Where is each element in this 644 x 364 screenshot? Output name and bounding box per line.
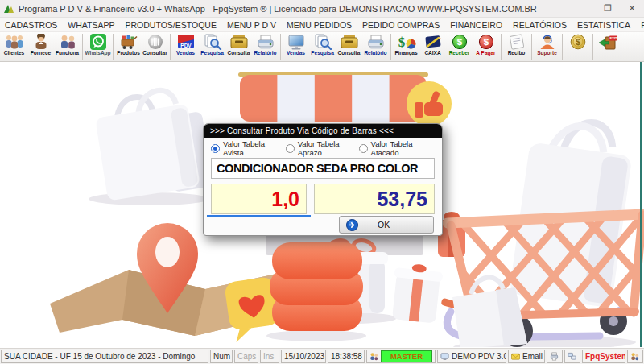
search-docs-icon xyxy=(312,34,333,50)
printer-icon xyxy=(255,34,276,50)
toolbar-pesquisa2-button[interactable]: Pesquisa xyxy=(309,33,336,56)
toolbar-consulta2-button[interactable]: Consulta xyxy=(336,33,362,56)
status-logged-user: MASTER xyxy=(366,350,436,363)
toolbar-separator xyxy=(592,34,593,60)
menu-estatistica[interactable]: ESTATISTICA xyxy=(577,20,630,30)
search-docs-icon xyxy=(202,34,223,50)
toolbar-suporte-button[interactable]: Suporte xyxy=(534,33,560,56)
products-cart-icon xyxy=(118,34,139,50)
menu-whatsapp[interactable]: WHATSAPP xyxy=(68,20,114,30)
email-icon xyxy=(511,352,520,361)
toolbar-fornecedores-button[interactable]: Fornece xyxy=(27,33,54,56)
toolbar-sair-button[interactable] xyxy=(595,33,621,50)
close-button[interactable]: ✕ xyxy=(620,0,644,17)
support-icon xyxy=(537,34,558,50)
drawer-icon xyxy=(339,34,360,50)
barcode-icon xyxy=(145,34,166,50)
monitor-sales-icon xyxy=(286,34,307,50)
menu-menu-pdv[interactable]: MENU P D V xyxy=(227,20,276,30)
toolbar-receber-button[interactable]: Receber xyxy=(446,33,473,56)
employees-icon xyxy=(57,34,78,50)
radio-valor-avista[interactable]: Valor Tabela Avista xyxy=(211,139,286,157)
radio-unselected-icon xyxy=(286,144,295,153)
pdv-sales-icon xyxy=(175,34,196,50)
toolbar-separator xyxy=(82,34,83,60)
toolbar-pesquisa-button[interactable]: Pesquisa xyxy=(199,33,225,56)
app-icon xyxy=(3,3,14,14)
window-controls: – ❐ ✕ xyxy=(572,0,644,17)
status-users[interactable] xyxy=(627,350,643,363)
toolbar-apagar-button[interactable]: A Pagar xyxy=(473,33,499,56)
toolbar-consulta-button[interactable]: Consulta xyxy=(225,33,252,56)
printer-icon xyxy=(550,352,559,361)
window-title: Programa P D V & Financeiro v3.0 + Whats… xyxy=(19,4,572,14)
toolbar-caixa-button[interactable]: CAIXA xyxy=(419,33,446,56)
radio-valor-atacado[interactable]: Valor Tabela Atacado xyxy=(359,139,435,157)
ok-arrow-icon xyxy=(346,219,358,231)
coin-icon xyxy=(568,34,588,50)
toolbar-separator xyxy=(562,34,563,60)
toolbar-recibo-button[interactable]: Recibo xyxy=(503,33,530,56)
status-network[interactable] xyxy=(564,350,580,363)
toolbar-consultar-button[interactable]: Consultar xyxy=(142,33,168,56)
network-computers-icon xyxy=(568,352,576,361)
quantity-input[interactable]: 1,0 xyxy=(211,184,307,214)
radio-selected-icon xyxy=(211,144,220,153)
status-caps: Caps xyxy=(234,350,258,363)
menu-relatorios[interactable]: RELATÓRIOS xyxy=(513,20,567,30)
status-time: 18:38:58 xyxy=(328,350,365,363)
pay-dollar-icon xyxy=(476,34,497,50)
barcode-consult-dialog: >>> Consultar Produto Via Código de Barr… xyxy=(203,123,443,236)
content-area: >>> Consultar Produto Via Código de Barr… xyxy=(0,62,644,347)
status-location: SUA CIDADE - UF 15 de Outubro de 2023 - … xyxy=(1,350,208,363)
menu-bar: CADASTROS WHATSAPP PRODUTOS/ESTOQUE MENU… xyxy=(0,18,644,32)
menu-pedido-compras[interactable]: PEDIDO COMPRAS xyxy=(362,20,440,30)
minimize-button[interactable]: – xyxy=(572,0,596,17)
exit-door-icon xyxy=(598,34,619,50)
toolbar-relatorio-button[interactable]: Relatório xyxy=(252,33,279,56)
dialog-titlebar[interactable]: >>> Consultar Produto Via Código de Barr… xyxy=(204,124,442,138)
status-email[interactable]: Email xyxy=(508,350,545,363)
menu-ferramentas[interactable]: FERRAMENTAS xyxy=(641,20,644,30)
dialog-body: Valor Tabela Avista Valor Tabela Aprazo … xyxy=(204,138,442,239)
toolbar-produtos-button[interactable]: Produtos xyxy=(115,33,142,56)
menu-financeiro[interactable]: FINANCEIRO xyxy=(450,20,502,30)
toolbar-moeda-button[interactable] xyxy=(564,33,591,50)
clients-icon xyxy=(4,34,25,50)
maximize-button[interactable]: ❐ xyxy=(596,0,620,17)
finance-pie-icon xyxy=(396,34,417,50)
toolbar-whatsapp-button[interactable]: WhatsApp xyxy=(85,33,111,56)
status-printer[interactable] xyxy=(547,350,563,363)
ok-button[interactable]: OK xyxy=(339,216,434,234)
status-version: DEMO PDV 3.0 xyxy=(437,350,506,363)
cashbook-icon xyxy=(423,34,444,50)
menu-cadastros[interactable]: CADASTROS xyxy=(5,20,57,30)
status-brand: FpqSystem xyxy=(582,350,625,363)
supplier-icon xyxy=(31,34,52,50)
product-name-field[interactable]: CONDICIONADOR SEDA PRO COLOR xyxy=(211,158,435,179)
toolbar-separator xyxy=(113,34,114,60)
menu-produtos-estoque[interactable]: PRODUTOS/ESTOQUE xyxy=(126,20,217,30)
whatsapp-icon xyxy=(88,34,109,50)
toolbar-vendas-button[interactable]: Vendas xyxy=(283,33,309,56)
drawer-icon xyxy=(229,34,250,50)
toolbar-financas-button[interactable]: Finanças xyxy=(393,33,419,56)
toolbar-separator xyxy=(501,34,502,60)
text-caret xyxy=(258,188,258,209)
toolbar-vendas-pdv-button[interactable]: Vendas xyxy=(172,33,199,56)
window-titlebar: Programa P D V & Financeiro v3.0 + Whats… xyxy=(0,0,644,18)
status-bar: SUA CIDADE - UF 15 de Outubro de 2023 - … xyxy=(0,348,644,364)
menu-menu-pedidos[interactable]: MENU PEDIDOS xyxy=(287,20,352,30)
user-key-icon xyxy=(369,352,378,361)
toolbar-funcionarios-button[interactable]: Funciona xyxy=(54,33,80,56)
status-num: Num xyxy=(210,350,233,363)
status-ins: Ins xyxy=(260,350,279,363)
radio-valor-aprazo[interactable]: Valor Tabela Aprazo xyxy=(286,139,359,157)
users-icon xyxy=(630,352,639,361)
toolbar-clientes-button[interactable]: Clientes xyxy=(1,33,27,56)
app-version-icon xyxy=(440,352,449,361)
toolbar-relatorio2-button[interactable]: Relatório xyxy=(362,33,389,56)
focus-underline xyxy=(207,215,311,217)
price-table-radio-group: Valor Tabela Avista Valor Tabela Aprazo … xyxy=(211,142,435,155)
status-date: 15/10/2023 xyxy=(281,350,326,363)
